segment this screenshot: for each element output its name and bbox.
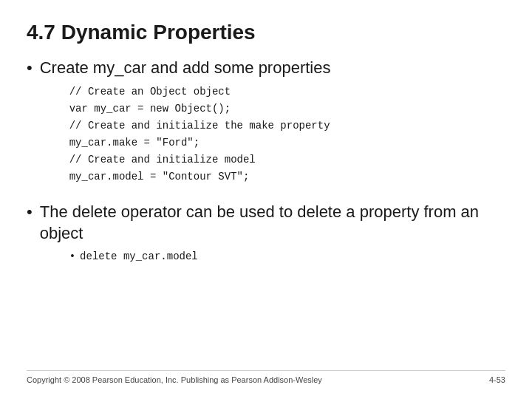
bullet-dot-1: • [27, 58, 33, 79]
footer-page-number: 4-53 [489, 375, 505, 384]
code-line-1-5: my_car.model = "Contour SVT"; [69, 168, 331, 185]
sub-bullet-dot-2-0: • [69, 248, 75, 265]
bullet-1-content: Create my_car and add some properties //… [40, 58, 331, 193]
code-block-1: // Create an Object object var my_car = … [69, 83, 331, 186]
footer-copyright: Copyright © 2008 Pearson Education, Inc.… [27, 375, 322, 384]
code-line-1-1: var my_car = new Object(); [69, 100, 331, 117]
slide-title: 4.7 Dynamic Properties [27, 21, 505, 44]
bullet-list: • Create my_car and add some properties … [27, 58, 505, 370]
bullet-1-text: Create my_car and add some properties [40, 58, 331, 77]
footer: Copyright © 2008 Pearson Education, Inc.… [27, 370, 505, 384]
slide-container: 4.7 Dynamic Properties • Create my_car a… [0, 0, 532, 399]
code-line-1-3: my_car.make = "Ford"; [69, 134, 331, 151]
code-line-1-0: // Create an Object object [69, 83, 331, 100]
bullet-2-text: The delete operator can be used to delet… [40, 202, 479, 242]
sub-bullet-list-2: • delete my_car.model [69, 248, 505, 265]
sub-bullet-text-2-0: delete my_car.model [80, 248, 198, 265]
bullet-2-content: The delete operator can be used to delet… [40, 202, 505, 265]
bullet-dot-2: • [27, 202, 33, 223]
code-line-1-4: // Create and initialize model [69, 151, 331, 168]
bullet-item-1: • Create my_car and add some properties … [27, 58, 505, 193]
code-line-1-2: // Create and initialize the make proper… [69, 117, 331, 134]
sub-bullet-item-2-0: • delete my_car.model [69, 248, 505, 265]
bullet-item-2: • The delete operator can be used to del… [27, 202, 505, 265]
